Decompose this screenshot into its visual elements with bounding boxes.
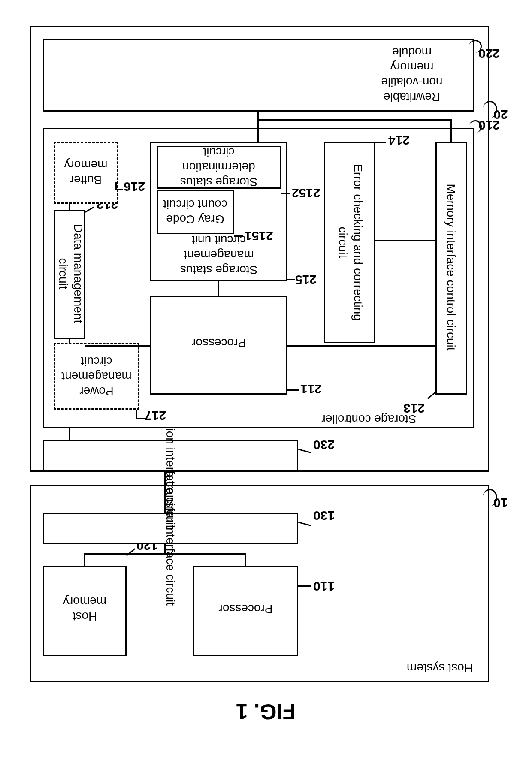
leader-210: [469, 120, 482, 133]
conn-cic-dmc-h: [69, 428, 70, 440]
ecc-label: Error checking and correcting circuit: [265, 160, 436, 325]
conn-dmc-proc: [85, 345, 150, 347]
host-system-label: Host system: [399, 660, 481, 676]
ref-216: 216: [124, 179, 145, 194]
leader-216-h: [116, 189, 123, 190]
figure-title: FIG. 1: [236, 699, 296, 724]
dmc-text: Data management circuit: [56, 224, 86, 323]
power-text: Power management circuit: [61, 354, 131, 399]
conn-dmc-buf: [69, 204, 70, 210]
ref-217: 217: [145, 408, 166, 423]
conn-mic-ecc: [375, 240, 435, 241]
leader-2151: [234, 235, 243, 237]
gcc-text: Gray Code count circuit: [163, 197, 227, 227]
ref-230: 230: [313, 437, 335, 452]
rnvm-label: Rewritable non-volatile memory module: [356, 42, 468, 108]
ecc-text: Error checking and correcting circuit: [336, 164, 366, 321]
conn-dmc-pwr: [69, 339, 70, 343]
conn-mic-rnvm-v: [450, 119, 452, 142]
leader-20: [483, 101, 497, 118]
leader-211: [287, 389, 299, 391]
conn-mic-rnvm: [257, 112, 259, 142]
dmc-label: Data management circuit: [28, 203, 114, 344]
ssdc-text: Storage status determination circuit: [180, 145, 258, 190]
ref-214: 214: [388, 133, 410, 148]
ssdc-label: Storage status determination circuit: [157, 146, 281, 189]
leader-110: [298, 585, 311, 587]
power-label: Power management circuit: [54, 345, 139, 407]
ref-213: 213: [403, 401, 425, 416]
leader-217-h: [136, 410, 137, 419]
conn-proc-ssmc: [218, 281, 219, 296]
ref-130: 130: [313, 508, 335, 523]
leader-216-v: [115, 182, 117, 190]
gcc-label: Gray Code count circuit: [157, 193, 234, 231]
leader-220: [469, 40, 482, 53]
conn-proc-mic: [287, 345, 435, 347]
ref-220: 220: [478, 46, 500, 61]
conn-mic-rnvm-h: [257, 119, 451, 121]
ctrl-processor-label: Processor: [150, 322, 287, 365]
leader-10: [483, 489, 497, 506]
leader-217-d: [137, 418, 145, 419]
ref-110: 110: [313, 579, 335, 594]
rnvm-text: Rewritable non-volatile memory module: [381, 45, 442, 105]
diagram-canvas: FIG. 1 Host system 10 Processor 110 Host…: [13, 13, 519, 747]
ref-211: 211: [300, 382, 322, 396]
buffer-label: Buffer memory: [54, 148, 118, 197]
buffer-text: Buffer memory: [64, 158, 107, 188]
leader-214: [375, 142, 386, 143]
